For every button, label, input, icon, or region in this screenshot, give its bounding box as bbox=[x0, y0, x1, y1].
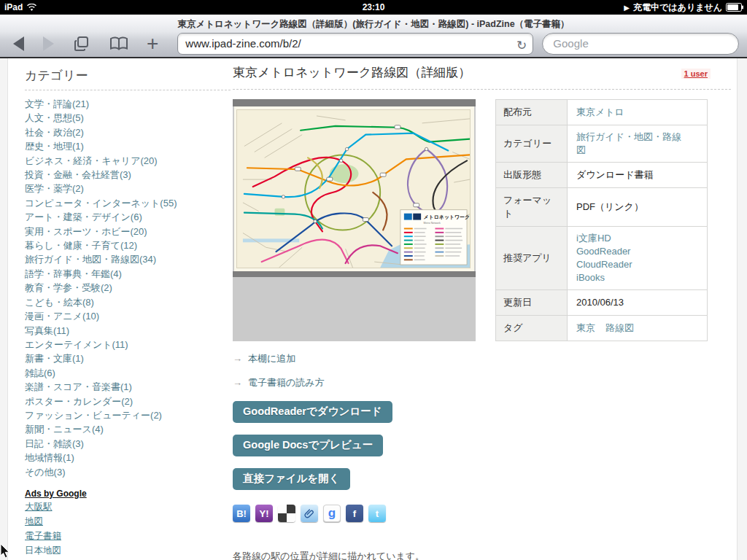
ad-link[interactable]: 地図 bbox=[25, 514, 43, 529]
sidebar-category-link[interactable]: こども・絵本(8) bbox=[25, 295, 231, 309]
preview-googledocs-button[interactable]: Google Docsでプレビュー bbox=[233, 435, 383, 456]
add-to-shelf-link[interactable]: →本棚に追加 bbox=[233, 352, 731, 365]
arrow-icon: → bbox=[233, 353, 242, 364]
page-background: カテゴリー 文学・評論(21)人文・思想(5)社会・政治(2)歴史・地理(1)ビ… bbox=[0, 58, 747, 560]
sidebar-category-link[interactable]: 漫画・アニメ(10) bbox=[25, 309, 231, 323]
browser-tab-title: 東京メトロネットワーク路線図（詳細版）(旅行ガイド・地図・路線図) - iPad… bbox=[0, 15, 747, 31]
table-row: フォーマットPDF（リンク） bbox=[496, 188, 708, 227]
twitter-icon[interactable]: t bbox=[368, 505, 386, 522]
table-row: タグ東京路線図 bbox=[496, 316, 708, 341]
category-list: 文学・評論(21)人文・思想(5)社会・政治(2)歴史・地理(1)ビジネス・経済… bbox=[25, 97, 231, 479]
sidebar-category-link[interactable]: ファッション・ビューティー(2) bbox=[25, 408, 231, 422]
map-frame-bottom bbox=[233, 271, 476, 277]
metro-map-image[interactable]: メトロネットワーク Metro Network bbox=[233, 99, 476, 341]
page-content: カテゴリー 文学・評論(21)人文・思想(5)社会・政治(2)歴史・地理(1)ビ… bbox=[7, 58, 738, 560]
sidebar-category-link[interactable]: 写真集(11) bbox=[25, 324, 231, 338]
address-bar[interactable]: www.ipad-zine.com/b/2/ ↻ bbox=[177, 33, 533, 55]
info-value: i文庫HDGoodReaderCloudReaderiBooks bbox=[568, 227, 708, 290]
sidebar-category-link[interactable]: 医学・薬学(2) bbox=[25, 182, 231, 195]
info-value-link[interactable]: 東京 bbox=[576, 322, 595, 335]
ads-by-google-label[interactable]: Ads by Google bbox=[25, 489, 87, 499]
forward-button[interactable] bbox=[43, 36, 54, 51]
pages-icon[interactable] bbox=[74, 36, 90, 52]
info-value-link[interactable]: 路線図 bbox=[605, 322, 634, 335]
search-input[interactable]: Google bbox=[542, 33, 739, 55]
new-tab-icon[interactable]: + bbox=[147, 34, 158, 53]
url-text: www.ipad-zine.com/b/2/ bbox=[185, 37, 301, 50]
ad-link[interactable]: 大阪駅 bbox=[25, 499, 53, 514]
sidebar-category-link[interactable]: 新聞・ニュース(4) bbox=[25, 422, 231, 436]
sidebar-category-link[interactable]: 文学・評論(21) bbox=[25, 97, 231, 111]
sidebar-category-link[interactable]: 暮らし・健康・子育て(12) bbox=[25, 238, 231, 252]
google-bookmark-icon[interactable]: g bbox=[323, 505, 341, 522]
sidebar-category-link[interactable]: 教育・学参・受験(2) bbox=[25, 281, 231, 295]
sidebar-category-link[interactable]: 人文・思想(5) bbox=[25, 111, 231, 125]
info-value: 東京メトロ bbox=[568, 100, 708, 125]
arrow-icon: → bbox=[233, 377, 242, 388]
info-value: ダウンロード書籍 bbox=[568, 163, 708, 188]
sidebar-category-link[interactable]: 歴史・地理(1) bbox=[25, 139, 231, 153]
info-label: フォーマット bbox=[496, 188, 568, 227]
status-bar: iPad 23:10 ▶ 充電中ではありません bbox=[0, 0, 747, 15]
sidebar-category-link[interactable]: コンピュータ・インターネット(55) bbox=[25, 196, 231, 210]
browser-chrome: 東京メトロネットワーク路線図（詳細版）(旅行ガイド・地図・路線図) - iPad… bbox=[0, 15, 747, 58]
sidebar-category-link[interactable]: 雑誌(6) bbox=[25, 366, 231, 380]
sidebar-category-link[interactable]: アート・建築・デザイン(6) bbox=[25, 210, 231, 224]
sidebar-category-link[interactable]: ビジネス・経済・キャリア(20) bbox=[25, 154, 231, 168]
info-value-text: ダウンロード書籍 bbox=[576, 168, 654, 182]
map-legend-subtitle: Metro Network bbox=[424, 222, 441, 225]
bookmarks-icon[interactable] bbox=[109, 36, 128, 51]
add-to-shelf-label[interactable]: 本棚に追加 bbox=[248, 353, 295, 364]
sidebar-category-link[interactable]: 日記・雑談(3) bbox=[25, 437, 231, 451]
open-file-button[interactable]: 直接ファイルを開く bbox=[233, 468, 350, 490]
ad-link-list: 大阪駅地図電子書籍日本地図 bbox=[25, 499, 231, 558]
book-info-table: 配布元東京メトロカテゴリー旅行ガイド・地図・路線図出版形態ダウンロード書籍フォー… bbox=[495, 99, 708, 341]
clip-icon[interactable] bbox=[301, 505, 318, 522]
info-value-link[interactable]: iBooks bbox=[576, 271, 698, 284]
info-value: PDF（リンク） bbox=[568, 188, 708, 227]
play-icon: ▶ bbox=[624, 4, 630, 12]
sidebar-category-link[interactable]: その他(3) bbox=[25, 465, 231, 479]
sidebar-category-link[interactable]: 旅行ガイド・地図・路線図(34) bbox=[25, 252, 231, 266]
facebook-icon[interactable]: f bbox=[346, 505, 363, 522]
sidebar-category-link[interactable]: 社会・政治(2) bbox=[25, 125, 231, 139]
sidebar-category-link[interactable]: 新書・文庫(1) bbox=[25, 351, 231, 365]
how-to-read-label[interactable]: 電子書籍の読み方 bbox=[248, 377, 325, 388]
sidebar: カテゴリー 文学・評論(21)人文・思想(5)社会・政治(2)歴史・地理(1)ビ… bbox=[25, 64, 231, 558]
divider bbox=[25, 90, 231, 90]
info-label: 出版形態 bbox=[496, 163, 568, 188]
download-goodreader-button[interactable]: GoodReaderでダウンロード bbox=[233, 401, 392, 423]
delicious-icon[interactable] bbox=[278, 505, 295, 522]
battery-status-label: 充電中ではありません bbox=[633, 1, 722, 14]
ad-link[interactable]: 電子書籍 bbox=[25, 529, 61, 543]
how-to-read-link[interactable]: →電子書籍の読み方 bbox=[233, 376, 731, 389]
info-label: 推奨アプリ bbox=[496, 227, 568, 290]
back-button[interactable] bbox=[13, 36, 24, 51]
sidebar-category-link[interactable]: 投資・金融・会社経営(3) bbox=[25, 168, 231, 182]
info-value-text: PDF（リンク） bbox=[576, 201, 643, 214]
battery-icon bbox=[726, 3, 743, 12]
sidebar-category-link[interactable]: 語学・辞事典・年鑑(4) bbox=[25, 267, 231, 281]
sidebar-category-link[interactable]: 実用・スポーツ・ホビー(20) bbox=[25, 225, 231, 238]
page-title: 東京メトロネットワーク路線図（詳細版） bbox=[233, 64, 471, 81]
sidebar-category-link[interactable]: ポスター・カレンダー(2) bbox=[25, 394, 231, 408]
info-value-link[interactable]: 東京メトロ bbox=[576, 106, 624, 119]
sidebar-category-link[interactable]: 楽譜・スコア・音楽書(1) bbox=[25, 380, 231, 394]
info-value-link[interactable]: i文庫HD bbox=[576, 232, 698, 245]
sidebar-category-link[interactable]: エンターテイメント(11) bbox=[25, 338, 231, 351]
info-label: 配布元 bbox=[496, 100, 568, 125]
info-value-link[interactable]: GoodReader bbox=[576, 245, 698, 258]
hatena-bookmark-icon[interactable]: B! bbox=[233, 505, 250, 522]
info-value-text: 2010/06/13 bbox=[576, 296, 624, 309]
sidebar-category-link[interactable]: 地域情報(1) bbox=[25, 451, 231, 464]
info-value-link[interactable]: CloudReader bbox=[576, 258, 698, 271]
reload-icon[interactable]: ↻ bbox=[516, 36, 527, 56]
info-value: 旅行ガイド・地図・路線図 bbox=[568, 125, 708, 163]
info-value-link[interactable]: 旅行ガイド・地図・路線図 bbox=[576, 131, 688, 157]
hatena-user-count[interactable]: 1 user bbox=[681, 69, 711, 79]
search-placeholder: Google bbox=[553, 37, 588, 50]
ad-link[interactable]: 日本地図 bbox=[25, 543, 61, 558]
yahoo-bookmark-icon[interactable]: Y! bbox=[255, 505, 273, 522]
table-row: カテゴリー旅行ガイド・地図・路線図 bbox=[496, 125, 708, 163]
table-row: 推奨アプリi文庫HDGoodReaderCloudReaderiBooks bbox=[496, 227, 708, 290]
